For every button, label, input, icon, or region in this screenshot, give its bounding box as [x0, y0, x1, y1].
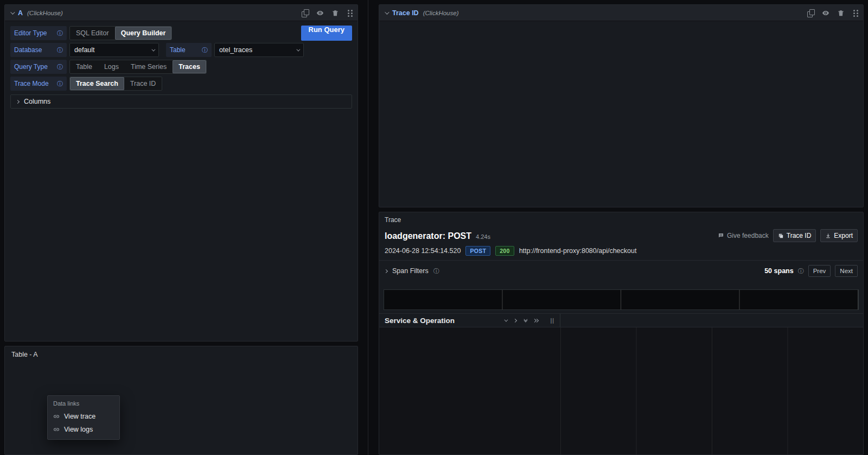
- panel-title: Trace: [379, 212, 863, 226]
- duplicate-icon[interactable]: [807, 9, 814, 17]
- trace-url: http://frontend-proxy:8080/api/checkout: [519, 247, 637, 255]
- copy-icon: [778, 233, 784, 239]
- info-icon: ⓘ: [57, 63, 63, 71]
- trace-name: loadgenerator: POST: [385, 231, 471, 241]
- table-panel: Table - A Data links View trace View log…: [4, 346, 358, 455]
- query-editor-a: Editor TypeⓘSQL EditorQuery BuilderRun Q…: [5, 21, 358, 117]
- trace-timestamp: 2024-06-28 12:54:14.520: [385, 247, 461, 255]
- view-logs-link[interactable]: View logs: [48, 423, 119, 436]
- service-operation-header: Service & Operation: [385, 317, 455, 325]
- span-rows: [379, 327, 863, 455]
- panel-divider: [368, 0, 368, 455]
- eye-icon[interactable]: [316, 9, 324, 17]
- chevron-down-icon[interactable]: [296, 47, 300, 51]
- export-button[interactable]: Export: [820, 229, 858, 242]
- table-select[interactable]: otel_traces: [214, 43, 304, 57]
- drag-handle-icon[interactable]: [852, 9, 858, 17]
- next-button[interactable]: Next: [835, 265, 858, 277]
- segmented-control: SQL EditorQuery Builder: [69, 26, 172, 40]
- status-badge: 200: [495, 246, 514, 256]
- tooltip-header: Data links: [48, 399, 119, 410]
- info-icon: ⓘ: [202, 46, 208, 54]
- segment-option[interactable]: Trace ID: [124, 77, 162, 90]
- segment-option[interactable]: Logs: [98, 60, 125, 73]
- link-icon: [53, 413, 60, 420]
- info-icon: ⓘ: [57, 46, 63, 54]
- segment-option[interactable]: SQL Editor: [70, 27, 115, 40]
- collapse-chevron-icon[interactable]: [385, 10, 389, 14]
- query-panel-traceid: Trace ID (ClickHouse): [379, 4, 864, 207]
- info-icon: ⓘ: [57, 80, 63, 88]
- query-panel-traceid-header[interactable]: Trace ID (ClickHouse): [379, 5, 863, 21]
- trace-id-button[interactable]: Trace ID: [773, 229, 816, 242]
- timeline-gridlines: [560, 327, 863, 455]
- segment-option[interactable]: Query Builder: [115, 27, 172, 40]
- link-icon: [53, 426, 60, 433]
- table-header-row: [10, 362, 352, 374]
- results-table: Data links View trace View logs: [5, 362, 358, 374]
- query-refid: Trace ID: [392, 9, 419, 17]
- datasource-label: (ClickHouse): [27, 10, 63, 16]
- chevron-down-icon[interactable]: [151, 47, 155, 51]
- minimap-canvas[interactable]: [384, 289, 859, 310]
- query-panel-a: A (ClickHouse) Editor TypeⓘSQL EditorQue…: [4, 4, 358, 342]
- collapse-all-icon[interactable]: [524, 319, 526, 323]
- run-query-button[interactable]: Run Query: [301, 26, 352, 41]
- span-filters-label[interactable]: Span Filters: [392, 267, 429, 275]
- drag-handle-icon[interactable]: [347, 9, 352, 17]
- view-trace-link[interactable]: View trace: [48, 410, 119, 423]
- data-links-tooltip: Data links View trace View logs: [47, 395, 120, 440]
- trace-minimap[interactable]: [384, 282, 859, 310]
- trash-icon[interactable]: [331, 9, 339, 17]
- collapse-one-icon[interactable]: [504, 319, 507, 322]
- segment-option[interactable]: Table: [70, 60, 98, 73]
- trash-icon[interactable]: [837, 9, 845, 17]
- minimap-ticks: [384, 282, 859, 289]
- field-label: Tableⓘ: [166, 43, 212, 57]
- method-badge: POST: [465, 246, 490, 256]
- panel-title: Table - A: [5, 346, 358, 362]
- trace-duration: 4.24s: [476, 233, 490, 240]
- duplicate-icon[interactable]: [301, 9, 309, 17]
- segment-option[interactable]: Trace Search: [70, 77, 124, 90]
- eye-icon[interactable]: [822, 9, 829, 17]
- query-editor-traceid: [379, 21, 863, 31]
- prev-button[interactable]: Prev: [808, 265, 831, 277]
- database-select[interactable]: default: [69, 43, 159, 57]
- info-icon: ⓘ: [57, 29, 63, 37]
- expand-all-icon[interactable]: [533, 319, 538, 322]
- columns-section-toggle[interactable]: Columns: [10, 94, 352, 109]
- segment-option[interactable]: Traces: [173, 60, 206, 73]
- info-icon: ⓘ: [798, 267, 804, 275]
- column-resizer[interactable]: ||: [550, 318, 554, 324]
- field-label: Editor Typeⓘ: [10, 26, 67, 40]
- segmented-control: TableLogsTime SeriesTraces: [69, 60, 207, 74]
- field-label: Trace Modeⓘ: [10, 77, 67, 91]
- expand-one-icon[interactable]: [514, 319, 516, 322]
- chevron-right-icon[interactable]: [384, 269, 388, 273]
- query-panel-a-header[interactable]: A (ClickHouse): [5, 5, 358, 21]
- timeline-ticks: [560, 314, 863, 327]
- trace-panel: Trace loadgenerator: POST 4.24s Give fee…: [379, 212, 864, 455]
- collapse-chevron-icon[interactable]: [10, 10, 15, 14]
- datasource-label: (ClickHouse): [423, 10, 459, 16]
- segment-option[interactable]: Time Series: [125, 60, 173, 73]
- field-label: Databaseⓘ: [10, 43, 67, 57]
- field-label: Query Typeⓘ: [10, 60, 67, 74]
- comment-icon: [718, 232, 724, 239]
- segmented-control: Trace SearchTrace ID: [69, 77, 162, 91]
- query-refid: A: [18, 9, 23, 17]
- minimap-gridlines: [384, 290, 858, 309]
- export-icon: [825, 233, 831, 239]
- info-icon: ⓘ: [433, 267, 439, 275]
- give-feedback-button[interactable]: Give feedback: [718, 232, 769, 239]
- span-count: 50 spans: [764, 267, 794, 275]
- chevron-right-icon[interactable]: [16, 99, 20, 103]
